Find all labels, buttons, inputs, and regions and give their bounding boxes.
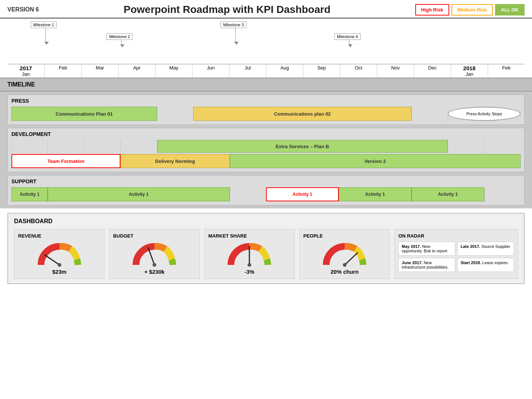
radar-item-4: Start 2018. Lease expires. xyxy=(457,258,514,272)
budget-gauge xyxy=(113,241,195,269)
revenue-title: REVENUE xyxy=(18,233,100,239)
dev-row-2: Team Formation Delivery Norming Version … xyxy=(11,154,521,168)
header: VERSION 6 Powerpoint Roadmap with KPI Da… xyxy=(0,0,532,18)
svg-point-7 xyxy=(343,263,347,267)
budget-gauge-svg xyxy=(130,241,178,269)
press-bar-1: Communications Plan 01 xyxy=(11,107,157,121)
dev-team-formation: Team Formation xyxy=(11,154,120,168)
month-dec: Dec xyxy=(414,64,451,78)
radar-item-2-title: Late 2017. xyxy=(461,244,480,249)
development-label: DEVELOPMENT xyxy=(11,131,521,137)
budget-title: BUDGET xyxy=(113,233,195,239)
page-title: Powerpoint Roadmap with KPI Dashboard xyxy=(124,4,331,16)
medium-risk-badge: Medium Risk xyxy=(451,4,493,16)
budget-value: + $230k xyxy=(113,269,195,275)
dev-version-2: Version 2 xyxy=(230,154,521,168)
month-jan-2018: Jan xyxy=(451,71,488,77)
month-feb-2018: Feb xyxy=(488,64,525,78)
radar-item-2: Late 2017. Source Supplier xyxy=(457,242,514,256)
svg-point-3 xyxy=(153,263,156,267)
milestone-1-box: Milestone 1 xyxy=(31,21,49,45)
milestone-4-box: Milestone 4 xyxy=(334,33,352,47)
year-2017: 2017 Jan xyxy=(7,64,44,78)
radar-item-3: June 2017. New infrastructure possibilit… xyxy=(398,258,455,272)
revenue-gauge xyxy=(18,241,100,269)
market-share-card: MARKET SHARE -3% xyxy=(204,229,295,279)
month-apr: Apr xyxy=(118,64,155,78)
on-radar-card: ON RADAR May 2017. New opportunity. Bob … xyxy=(394,229,518,279)
press-gap-2 xyxy=(412,107,448,121)
year-2018-label: 2018 xyxy=(451,65,488,71)
milestone-3-label: Milestone 3 xyxy=(221,21,246,28)
radar-item-4-title: Start 2018. xyxy=(461,260,481,265)
support-activity-3: Activity 1 xyxy=(266,187,339,201)
press-section: PRESS Communications Plan 01 xyxy=(7,95,525,125)
milestone-4-label: Milestone 4 xyxy=(334,33,360,40)
month-mar: Mar xyxy=(81,64,118,78)
dashboard-cards: REVENUE $23m BUDGE xyxy=(14,229,518,279)
milestone-2-box: Milestone 2 xyxy=(106,33,125,47)
revenue-card: REVENUE $23m xyxy=(14,229,105,279)
milestone-1-label: Milestone 1 xyxy=(31,21,57,28)
on-radar-grid: May 2017. New opportunity. Bob to report… xyxy=(398,242,514,272)
people-value: 20% churn xyxy=(303,269,386,275)
dev-delivery-norming: Delivery Norming xyxy=(120,154,229,168)
press-oval: Press Activity Stops xyxy=(448,107,521,121)
press-gap-1 xyxy=(157,107,193,121)
month-aug: Aug xyxy=(266,64,303,78)
month-jun: Jun xyxy=(192,64,229,78)
dev-row-1: Extra Services – Plan B xyxy=(11,140,521,153)
page: VERSION 6 Powerpoint Roadmap with KPI Da… xyxy=(0,0,532,284)
dashboard-title: DASHBOARD xyxy=(14,218,518,225)
budget-card: BUDGET + $230k xyxy=(109,229,200,279)
version-label: VERSION 6 xyxy=(7,6,39,13)
month-jan-2017: Jan xyxy=(7,71,44,77)
radar-item-3-title: June 2017. xyxy=(402,260,422,265)
support-gap xyxy=(230,187,266,201)
milestone-2-label: Milestone 2 xyxy=(106,33,132,40)
radar-item-1-title: May 2017. xyxy=(402,244,421,249)
development-section: DEVELOPMENT Extra Services xyxy=(7,128,525,172)
people-gauge xyxy=(303,241,386,269)
timeline-label: TIMELINE xyxy=(0,78,532,92)
dev-extra-services: Extra Services – Plan B xyxy=(157,140,448,153)
milestone-3-box: Milestone 3 xyxy=(221,21,239,45)
market-share-gauge xyxy=(208,241,291,269)
year-2017-label: 2017 xyxy=(7,65,44,71)
revenue-value: $23m xyxy=(18,269,100,275)
svg-point-1 xyxy=(58,263,61,267)
market-share-title: MARKET SHARE xyxy=(208,233,291,239)
support-activity-5: Activity 1 xyxy=(412,187,484,201)
radar-item-4-body: Lease expires. xyxy=(482,260,509,265)
press-label: PRESS xyxy=(11,98,521,104)
support-activity-4: Activity 1 xyxy=(339,187,412,201)
support-label: SUPPORT xyxy=(11,178,521,184)
support-activity-1: Activity 1 xyxy=(11,187,48,201)
market-share-value: -3% xyxy=(208,269,291,275)
risk-badges: High Risk Medium Risk ALL OK xyxy=(415,4,525,16)
month-jul: Jul xyxy=(229,64,266,78)
radar-item-2-body: Source Supplier xyxy=(481,244,510,249)
month-feb: Feb xyxy=(44,64,81,78)
press-bar-2: Communications plan 02 xyxy=(193,107,412,121)
milestone-area: Milestone 1 Milestone 2 Milestone 3 Mile… xyxy=(0,18,532,78)
svg-line-2 xyxy=(148,248,154,265)
support-activity-2: Activity 1 xyxy=(48,187,229,201)
svg-line-6 xyxy=(345,253,358,265)
people-card: PEOPLE 20% churn xyxy=(299,229,390,279)
svg-line-0 xyxy=(45,255,59,265)
radar-item-1: May 2017. New opportunity. Bob to report xyxy=(398,242,455,256)
high-risk-badge: High Risk xyxy=(415,4,449,16)
gantt-area: PRESS Communications Plan 01 xyxy=(0,92,532,208)
year-2018: 2018 Jan xyxy=(451,64,488,78)
press-bars: Communications Plan 01 Communications pl… xyxy=(11,107,521,121)
support-bars: Activity 1 Activity 1 Activity 1 Activit… xyxy=(11,187,521,201)
month-oct: Oct xyxy=(340,64,377,78)
dashboard-section: DASHBOARD REVENUE xyxy=(7,213,525,284)
on-radar-title: ON RADAR xyxy=(398,233,514,239)
market-share-gauge-svg xyxy=(225,241,273,269)
people-title: PEOPLE xyxy=(303,233,386,239)
month-may: May xyxy=(155,64,192,78)
month-nov: Nov xyxy=(377,64,414,78)
support-section: SUPPORT Activity 1 Activity 1 xyxy=(7,175,525,205)
